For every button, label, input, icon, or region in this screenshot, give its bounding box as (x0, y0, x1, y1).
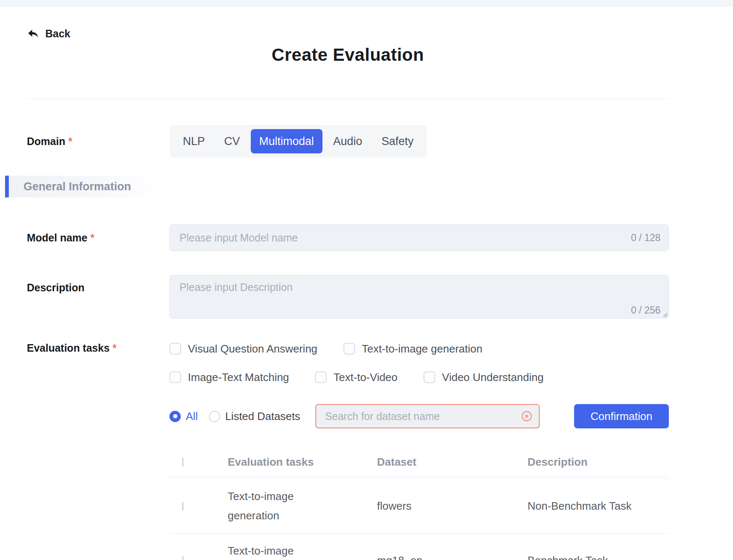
evaluation-tasks-row: Evaluation tasks* Visual Question Answer… (27, 340, 669, 386)
back-arrow-icon (27, 27, 39, 40)
create-evaluation-form: Back Create Evaluation Domain* NLP CV Mu… (27, 7, 669, 560)
domain-tab-cv[interactable]: CV (216, 129, 249, 153)
column-header-description: Description (528, 456, 669, 469)
cell-dataset: flowers (377, 497, 528, 516)
description-counter: 0 / 256 (631, 305, 660, 316)
checkbox-icon[interactable] (343, 343, 355, 355)
table-header-row: Evaluation tasks Dataset Description (169, 448, 669, 477)
model-name-label: Model name* (27, 232, 169, 244)
model-name-input[interactable] (169, 224, 669, 251)
dataset-filter-row: All Listed Datasets Confirmation (169, 404, 669, 428)
task-checkbox-video-understanding[interactable]: Video Understanding (424, 369, 543, 386)
task-checkbox-visual-question-answering[interactable]: Visual Question Answering (169, 340, 317, 357)
cell-evaluation-task: Text-to-image generation (228, 542, 318, 560)
domain-tab-safety[interactable]: Safety (373, 129, 422, 153)
row-checkbox[interactable] (182, 556, 184, 560)
domain-tab-audio[interactable]: Audio (325, 129, 371, 153)
radio-unselected-icon[interactable] (209, 411, 220, 422)
required-asterisk: * (90, 232, 94, 244)
dataset-table: Evaluation tasks Dataset Description Tex… (169, 448, 669, 560)
dataset-search-input[interactable] (315, 404, 540, 428)
checkbox-icon[interactable] (424, 371, 435, 383)
checkbox-icon[interactable] (169, 371, 181, 383)
required-asterisk: * (68, 135, 73, 147)
task-checkbox-text-to-image-generation[interactable]: Text-to-image generation (343, 340, 483, 357)
domain-tab-multimodal[interactable]: Multimodal (251, 129, 322, 153)
description-label: Description (27, 275, 169, 294)
evaluation-tasks-label: Evaluation tasks* (27, 340, 169, 354)
table-row: Text-to-image generation flowers Non-Ben… (169, 479, 669, 534)
cell-description: Non-Benchmark Task (528, 497, 669, 516)
radio-listed-datasets[interactable]: Listed Datasets (209, 410, 300, 423)
domain-tabs: NLP CV Multimodal Audio Safety (169, 125, 427, 158)
resize-handle-icon[interactable] (662, 311, 668, 319)
confirmation-button[interactable]: Confirmation (574, 404, 669, 428)
page-title: Create Evaluation (27, 45, 669, 65)
model-name-counter: 0 / 128 (631, 232, 660, 244)
radio-selected-icon[interactable] (169, 411, 181, 422)
section-title: General Information (23, 180, 131, 193)
cell-dataset: mg18_en (377, 551, 528, 560)
column-header-dataset: Dataset (377, 456, 528, 469)
select-all-checkbox[interactable] (182, 458, 184, 467)
task-checkbox-text-to-video[interactable]: Text-to-Video (315, 369, 398, 386)
back-label: Back (45, 28, 70, 40)
cell-description: Benchmark Task (528, 551, 669, 560)
clear-search-icon[interactable] (520, 410, 533, 423)
description-row: Description 0 / 256 (27, 275, 669, 320)
domain-tab-nlp[interactable]: NLP (174, 129, 213, 153)
table-row: Text-to-image generation mg18_en Benchma… (169, 534, 669, 560)
model-name-row: Model name* 0 / 128 (27, 224, 669, 251)
task-checkbox-group: Visual Question Answering Text-to-image … (169, 340, 669, 386)
column-header-evaluation-tasks: Evaluation tasks (218, 456, 377, 469)
checkbox-icon[interactable] (169, 343, 181, 355)
header-divider (27, 99, 669, 99)
checkbox-icon[interactable] (315, 371, 327, 383)
description-textarea[interactable] (169, 275, 669, 319)
required-asterisk: * (112, 342, 117, 354)
task-checkbox-image-text-matching[interactable]: Image-Text Matching (169, 369, 289, 386)
domain-label: Domain* (27, 135, 169, 148)
back-button[interactable]: Back (27, 26, 70, 41)
section-general-information: General Information (5, 176, 157, 197)
radio-all[interactable]: All (169, 410, 198, 423)
domain-row: Domain* NLP CV Multimodal Audio Safety (27, 125, 669, 158)
row-checkbox[interactable] (182, 502, 184, 511)
top-strip (0, 0, 733, 7)
cell-evaluation-task: Text-to-image generation (228, 487, 318, 525)
